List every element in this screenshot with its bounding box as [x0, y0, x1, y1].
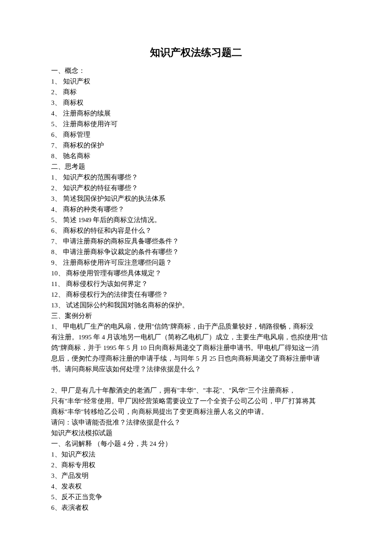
- list-item: 4、发表权: [51, 481, 341, 491]
- list-item: 1、 知识产权: [51, 76, 341, 87]
- list-item: 5、 简述 1949 年后的商标立法情况。: [51, 214, 341, 225]
- case-text: 书。请问商标局应该如何处理？法律依据是什么？: [51, 364, 341, 374]
- list-item: 8、 申请注册商标争议裁定的条件有哪些？: [51, 246, 341, 257]
- list-item: 8、 驰名商标: [51, 150, 341, 161]
- list-item: 2、 商标: [51, 87, 341, 97]
- list-item: 5、反不正当竞争: [51, 491, 341, 502]
- list-item: 1、知识产权法: [51, 449, 341, 460]
- case-text: 1、 甲电机厂生产的电风扇，使用"信鸽"牌商标，由于产品质量较好，销路很畅，商标…: [51, 321, 341, 332]
- list-item: 4、 商标的种类有哪些？: [51, 204, 341, 214]
- list-item: 11、 商标侵权行为该如何界定？: [51, 278, 341, 289]
- section-heading: 一、名词解释 （每小题 4 分，共 24 分）: [51, 438, 341, 449]
- mock-title: 知识产权法模拟试题: [51, 428, 341, 438]
- list-item: 9、 注册商标使用许可应注意哪些问题？: [51, 257, 341, 268]
- list-item: 4、 注册商标的续展: [51, 108, 341, 119]
- list-item: 3、产品发明: [51, 470, 341, 481]
- case-text: 有注册。1995 年 4 月该地另一电机厂（简称乙电机厂）成立，主要生产电风扇，…: [51, 332, 341, 342]
- case-text: 商标"丰华"转移给乙公司，向商标局提出了变更商标注册人名义的申请。: [51, 406, 341, 417]
- section-heading: 三、案例分析: [51, 310, 341, 321]
- case-text: 只有"丰华"经常使用。甲厂因经营策略需要设立了一个全资子公司乙公司，甲厂打算将其: [51, 396, 341, 406]
- case-text: 息后，便匆忙办理商标注册的申请手续，与同年 5 月 25 日也向商标局递交了商标…: [51, 353, 341, 364]
- list-item: 6、 商标权的特征和内容是什么？: [51, 225, 341, 236]
- document-page: 知识产权法练习题二 一、概念： 1、 知识产权 2、 商标 3、 商标权 4、 …: [0, 0, 392, 555]
- section-heading: 一、概念：: [51, 65, 341, 76]
- list-item: 10、 商标使用管理有哪些具体规定？: [51, 268, 341, 278]
- case-text: 请问：该申请能否批准？法律依据是什么？: [51, 417, 341, 428]
- page-title: 知识产权法练习题二: [51, 47, 341, 58]
- case-text: 鸽"牌商标，并于 1995 年 5 月 10 日向商标局递交了商标注册申请书。甲…: [51, 342, 341, 353]
- list-item: 2、 知识产权的特征有哪些？: [51, 182, 341, 193]
- list-item: 6、 商标管理: [51, 129, 341, 140]
- list-item: 12、 商标侵权行为的法律责任有哪些？: [51, 289, 341, 300]
- list-item: 6、表演者权: [51, 502, 341, 513]
- list-item: 7、 申请注册商标的商标应具备哪些条件？: [51, 236, 341, 246]
- list-item: 3、 商标权: [51, 97, 341, 108]
- blank-line: [51, 374, 341, 385]
- list-item: 13、 试述国际公约和我国对驰名商标的保护。: [51, 300, 341, 310]
- list-item: 2、商标专用权: [51, 460, 341, 470]
- list-item: 5、 注册商标使用许可: [51, 119, 341, 129]
- list-item: 1、 知识产权的范围有哪些？: [51, 172, 341, 182]
- list-item: 3、 简述我国保护知识产权的执法体系: [51, 193, 341, 204]
- case-text: 2、甲厂是有几十年酿酒史的老酒厂，拥有"丰华"、"丰花"、"风华"三个注册商标，: [51, 385, 341, 396]
- list-item: 7、 商标权的保护: [51, 140, 341, 150]
- section-heading: 二、思考题: [51, 161, 341, 172]
